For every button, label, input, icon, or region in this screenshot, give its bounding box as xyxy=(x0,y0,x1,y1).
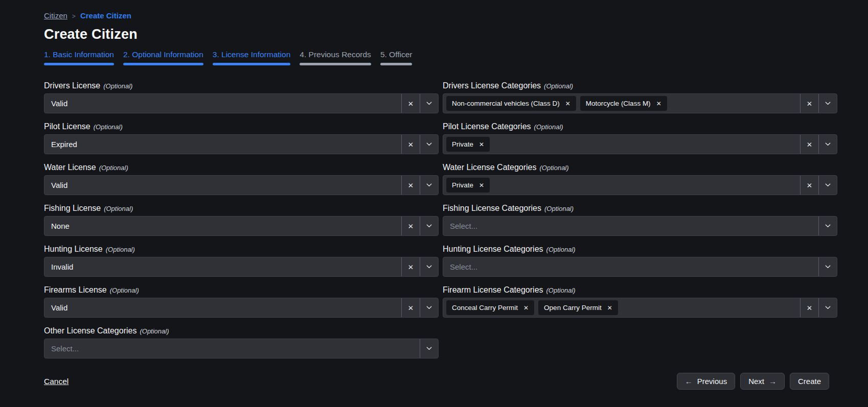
clear-icon[interactable]: ✕ xyxy=(800,135,818,154)
selected-tags: Private✕ xyxy=(443,178,490,193)
field-label: Water License(Optional) xyxy=(44,163,439,172)
cancel-link[interactable]: Cancel xyxy=(44,377,68,386)
field-label-text: Fishing License xyxy=(44,204,101,212)
selected-value: Invalid xyxy=(44,262,73,271)
breadcrumb-item-create-citizen[interactable]: Create Citizen xyxy=(80,11,131,20)
field-label: Drivers License Categories(Optional) xyxy=(443,81,837,90)
breadcrumb-item-citizen[interactable]: Citizen xyxy=(44,11,67,20)
clear-icon[interactable]: ✕ xyxy=(401,94,420,113)
tab-1-basic-information[interactable]: 1. Basic Information xyxy=(44,50,114,65)
field-label: Firearm License Categories(Optional) xyxy=(443,285,837,295)
tab-2-optional-information[interactable]: 2. Optional Information xyxy=(123,50,203,65)
clear-icon[interactable]: ✕ xyxy=(401,135,420,154)
tab-label: 5. Officer xyxy=(380,50,413,59)
clear-icon[interactable]: ✕ xyxy=(401,176,420,195)
field-hunting-license-categories: Hunting License Categories(Optional)Sele… xyxy=(443,245,837,277)
tab-4-previous-records[interactable]: 4. Previous Records xyxy=(300,50,371,65)
clear-icon[interactable]: ✕ xyxy=(800,298,818,317)
tag-label: Non-commercial vehicles (Class D) xyxy=(452,100,560,107)
optional-hint: (Optional) xyxy=(546,286,576,294)
clear-icon[interactable]: ✕ xyxy=(401,298,420,317)
remove-tag-icon[interactable]: ✕ xyxy=(607,305,612,311)
chevron-down-icon[interactable] xyxy=(818,298,837,317)
chevron-down-icon[interactable] xyxy=(420,176,438,195)
page-title: Create Citizen xyxy=(44,27,837,42)
tab-3-license-information[interactable]: 3. License Information xyxy=(213,50,291,65)
field-label-text: Drivers License Categories xyxy=(443,81,541,90)
select-other-license-categories[interactable]: Select... xyxy=(44,339,439,358)
select-pilot-license[interactable]: Expired✕ xyxy=(44,134,439,154)
next-button[interactable]: Next → xyxy=(740,373,785,390)
select-fishing-license-categories[interactable]: Select... xyxy=(443,216,837,236)
select-firearm-license-categories[interactable]: Conceal Carry Permit✕Open Carry Permit✕✕ xyxy=(443,298,837,318)
select-pilot-license-categories[interactable]: Private✕✕ xyxy=(443,134,837,154)
field-label: Hunting License Categories(Optional) xyxy=(443,245,837,254)
selected-value: Valid xyxy=(44,99,67,108)
tab-indicator xyxy=(300,63,371,65)
chevron-down-icon[interactable] xyxy=(420,339,438,358)
tab-label: 4. Previous Records xyxy=(300,50,371,59)
field-pilot-license-categories: Pilot License Categories(Optional)Privat… xyxy=(443,122,837,154)
chevron-down-icon[interactable] xyxy=(420,257,438,276)
field-drivers-license: Drivers License(Optional)Valid✕ xyxy=(44,81,439,113)
chevron-down-icon[interactable] xyxy=(818,176,837,195)
selected-value: Valid xyxy=(44,303,67,312)
chevron-down-icon[interactable] xyxy=(818,257,837,276)
clear-icon[interactable]: ✕ xyxy=(401,257,420,276)
field-label: Pilot License Categories(Optional) xyxy=(443,122,837,131)
optional-hint: (Optional) xyxy=(99,164,128,172)
select-drivers-license[interactable]: Valid✕ xyxy=(44,93,439,113)
field-label-text: Fishing License Categories xyxy=(443,204,541,212)
chevron-down-icon[interactable] xyxy=(420,94,438,113)
field-label-text: Other License Categories xyxy=(44,326,136,335)
optional-hint: (Optional) xyxy=(94,123,123,131)
chevron-down-icon[interactable] xyxy=(818,94,837,113)
create-citizen-page: Citizen>Create Citizen Create Citizen 1.… xyxy=(0,0,868,407)
arrow-right-icon: → xyxy=(769,377,776,386)
remove-tag-icon[interactable]: ✕ xyxy=(565,101,570,107)
field-label: Pilot License(Optional) xyxy=(44,122,439,131)
field-other-license-categories: Other License Categories(Optional)Select… xyxy=(44,326,439,358)
select-water-license[interactable]: Valid✕ xyxy=(44,175,439,195)
license-form: Drivers License(Optional)Valid✕Drivers L… xyxy=(44,81,837,367)
remove-tag-icon[interactable]: ✕ xyxy=(479,141,484,148)
create-button[interactable]: Create xyxy=(790,373,829,390)
chevron-down-icon[interactable] xyxy=(420,135,438,154)
tab-label: 2. Optional Information xyxy=(123,50,203,59)
optional-hint: (Optional) xyxy=(546,246,576,253)
remove-tag-icon[interactable]: ✕ xyxy=(523,305,529,311)
remove-tag-icon[interactable]: ✕ xyxy=(479,182,484,188)
optional-hint: (Optional) xyxy=(534,123,563,131)
select-firearms-license[interactable]: Valid✕ xyxy=(44,298,439,318)
select-fishing-license[interactable]: None✕ xyxy=(44,216,439,236)
chevron-down-icon[interactable] xyxy=(420,217,438,235)
field-label: Water License Categories(Optional) xyxy=(443,163,837,172)
select-water-license-categories[interactable]: Private✕✕ xyxy=(443,175,837,195)
create-button-label: Create xyxy=(798,377,821,386)
selected-tag: Motorcycle (Class M)✕ xyxy=(580,96,667,111)
clear-icon[interactable]: ✕ xyxy=(800,176,818,195)
selected-tag: Conceal Carry Permit✕ xyxy=(446,300,534,315)
chevron-down-icon[interactable] xyxy=(420,298,438,317)
previous-button[interactable]: ← Previous xyxy=(677,373,735,390)
clear-icon[interactable]: ✕ xyxy=(401,217,420,235)
chevron-down-icon[interactable] xyxy=(818,135,837,154)
tab-5-officer[interactable]: 5. Officer xyxy=(380,50,413,65)
select-placeholder: Select... xyxy=(44,344,79,353)
select-hunting-license-categories[interactable]: Select... xyxy=(443,257,837,277)
field-label: Hunting License(Optional) xyxy=(44,245,439,254)
previous-button-label: Previous xyxy=(697,377,727,386)
tag-label: Open Carry Permit xyxy=(544,304,602,312)
field-hunting-license: Hunting License(Optional)Invalid✕ xyxy=(44,245,439,277)
optional-hint: (Optional) xyxy=(110,286,139,294)
remove-tag-icon[interactable]: ✕ xyxy=(656,101,661,107)
select-hunting-license[interactable]: Invalid✕ xyxy=(44,257,439,277)
field-label-text: Water License xyxy=(44,163,96,172)
chevron-down-icon[interactable] xyxy=(818,217,837,235)
optional-hint: (Optional) xyxy=(140,327,169,335)
field-label: Fishing License Categories(Optional) xyxy=(443,204,837,213)
select-drivers-license-categories[interactable]: Non-commercial vehicles (Class D)✕Motorc… xyxy=(443,93,837,113)
clear-icon[interactable]: ✕ xyxy=(800,94,818,113)
field-label: Other License Categories(Optional) xyxy=(44,326,439,336)
form-footer: Cancel ← Previous Next → Create xyxy=(44,373,837,390)
